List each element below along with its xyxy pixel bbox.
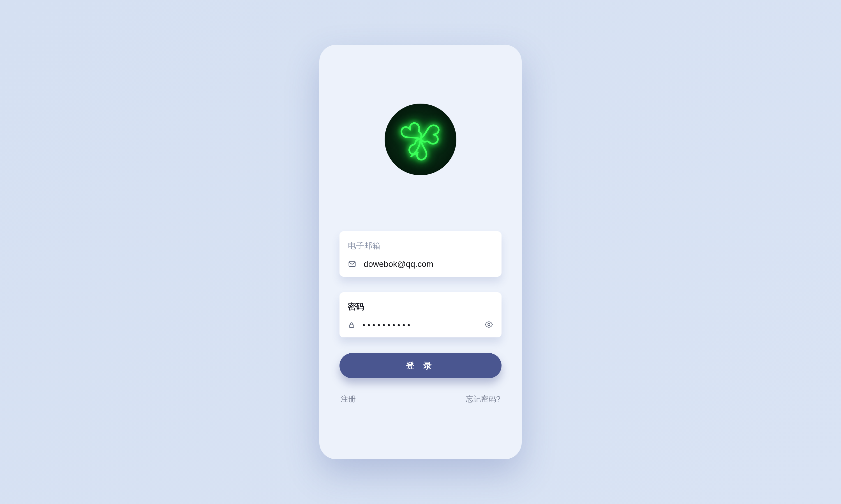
svg-point-2 <box>488 323 490 326</box>
lock-icon <box>348 321 355 329</box>
forgot-password-link[interactable]: 忘记密码? <box>466 394 500 404</box>
register-link[interactable]: 注册 <box>341 394 356 404</box>
email-field-card: 电子邮箱 <box>340 231 501 277</box>
email-input-row <box>348 259 493 269</box>
envelope-icon <box>348 260 356 268</box>
password-label: 密码 <box>348 301 493 312</box>
footer-links: 注册 忘记密码? <box>340 394 501 404</box>
login-button[interactable]: 登 录 <box>340 353 501 378</box>
toggle-password-visibility-button[interactable] <box>485 320 493 329</box>
email-label: 电子邮箱 <box>348 240 493 251</box>
password-field-card: 密码 <box>340 292 501 337</box>
email-input[interactable] <box>364 259 493 269</box>
shamrock-icon <box>395 114 446 165</box>
password-input[interactable] <box>362 321 477 329</box>
eye-icon <box>485 320 493 329</box>
password-input-row <box>348 320 493 329</box>
svg-rect-1 <box>349 325 354 327</box>
login-screen: 电子邮箱 密码 <box>319 45 522 459</box>
avatar <box>384 104 457 175</box>
